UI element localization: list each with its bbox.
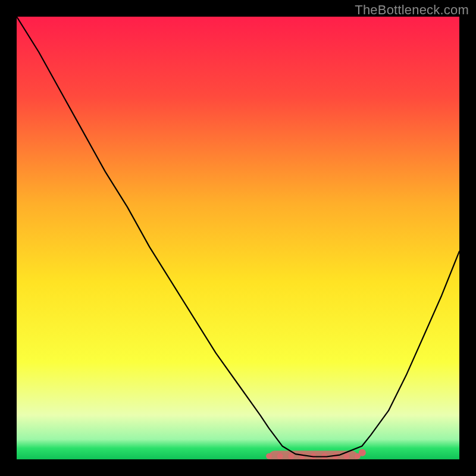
svg-point-3 [288,453,294,459]
svg-point-10 [359,449,366,456]
watermark-text: TheBottleneck.com [355,2,469,18]
svg-point-2 [277,453,283,459]
chart-frame: TheBottleneck.com [0,0,476,476]
bottleneck-chart [17,17,459,459]
gradient-background [17,17,459,459]
svg-point-1 [266,453,272,459]
svg-point-8 [343,453,349,459]
